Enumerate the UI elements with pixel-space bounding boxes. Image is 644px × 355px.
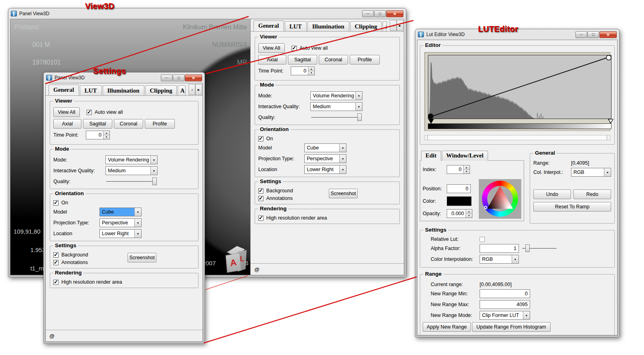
lut-general-group: General Range: [0,4095] Col. Interpol.: … (530, 153, 615, 224)
annotations-checkbox[interactable] (258, 196, 263, 201)
maximize-button[interactable]: ◻ (374, 10, 386, 17)
chevron-down-icon: ▼ (134, 230, 141, 238)
tab-partial[interactable]: A (383, 21, 387, 31)
orientation-on-checkbox[interactable] (258, 136, 263, 141)
quality-slider[interactable] (310, 113, 363, 122)
screenshot-button[interactable]: Screenshot (128, 253, 156, 262)
screenshot-button[interactable]: Screenshot (329, 189, 358, 198)
apply-new-range-button[interactable]: Apply New Range (423, 322, 471, 332)
lut-client: Editor Edit Window/Level (417, 40, 618, 335)
background-checkbox[interactable] (53, 252, 59, 258)
index-spinner[interactable]: 0 ▲▼ (447, 165, 470, 174)
chevron-down-icon: ▼ (355, 92, 362, 100)
mode-dropdown[interactable]: Volume Rendering▼ (310, 91, 363, 100)
undo-button[interactable]: Undo (533, 190, 571, 199)
alpha-factor-slider[interactable] (521, 244, 557, 253)
lut-histogram-plot[interactable] (428, 55, 612, 119)
sagittal-button[interactable]: Sagittal (288, 55, 317, 65)
axial-button[interactable]: Axial (258, 55, 286, 65)
background-checkbox[interactable] (258, 188, 263, 194)
high-res-checkbox[interactable] (258, 216, 263, 221)
profile-button[interactable]: Profile (145, 119, 175, 129)
alpha-factor-field[interactable] (480, 244, 519, 253)
window-icon (418, 32, 424, 37)
auto-view-all-checkbox[interactable] (87, 110, 92, 115)
close-button[interactable]: ✕ (185, 75, 202, 81)
close-button[interactable]: ✕ (386, 10, 403, 17)
mode-dropdown[interactable]: Volume Rendering▼ (105, 155, 158, 164)
tab-general[interactable]: General (253, 20, 284, 31)
minimize-button[interactable]: — (575, 31, 587, 38)
coronal-button[interactable]: Coronal (114, 119, 143, 129)
tab-illumination[interactable]: Illumination (103, 85, 144, 95)
tab-window-level[interactable]: Window/Level (442, 151, 488, 161)
lut-gradient-bar[interactable] (428, 123, 612, 129)
new-range-max-field[interactable] (480, 300, 530, 309)
color-wheel[interactable] (479, 179, 521, 219)
color-interpolation-dropdown[interactable]: RGB▼ (480, 255, 519, 264)
time-point-spinner[interactable]: 0 ▲▼ (86, 131, 110, 139)
orientation-cube[interactable]: L A (224, 246, 247, 273)
sagittal-button[interactable]: Sagittal (83, 119, 112, 129)
projection-type-dropdown[interactable]: Perspective▼ (99, 218, 142, 227)
interactive-quality-dropdown[interactable]: Medium▼ (105, 166, 158, 175)
update-range-from-histogram-button[interactable]: Update Range From Histogram (472, 322, 551, 332)
window-title: Panel View3D (55, 75, 85, 81)
model-dropdown[interactable]: Cube▼ (99, 208, 142, 216)
tab-partial[interactable]: A (178, 85, 186, 95)
col-interpol-dropdown[interactable]: RGB▼ (571, 168, 611, 177)
close-button[interactable]: ✕ (599, 31, 617, 38)
color-swatch[interactable] (447, 196, 472, 206)
opacity-spinner[interactable]: 0.000 ▲▼ (447, 209, 472, 218)
coronal-button[interactable]: Coronal (319, 55, 348, 65)
profile-button[interactable]: Profile (350, 55, 380, 65)
view-all-button[interactable]: View All (53, 107, 80, 117)
tab-edit[interactable]: Edit (421, 151, 441, 161)
reset-to-ramp-button[interactable]: Reset To Ramp (533, 202, 611, 212)
settings-titlebar[interactable]: Panel View3D — ◻ ✕ (44, 73, 205, 83)
quality-slider[interactable] (105, 177, 158, 186)
minimize-button[interactable]: — (362, 10, 374, 17)
cube-letter-a: A (229, 257, 237, 269)
histogram-scrollbar[interactable] (424, 135, 610, 140)
redo-button[interactable]: Redo (573, 190, 611, 199)
relative-lut-checkbox[interactable] (480, 237, 485, 242)
annotations-checkbox[interactable] (53, 260, 59, 265)
tab-lut[interactable]: LUT (285, 21, 307, 31)
model-dropdown[interactable]: Cube▼ (304, 143, 346, 152)
view3d-titlebar[interactable]: Panel View3D — ◻ ✕ (8, 8, 406, 18)
voxel-coords: 109,91,80 (14, 228, 41, 235)
tab-scroll-left-icon[interactable]: ◄ (390, 20, 397, 31)
maximize-button[interactable]: ◻ (587, 31, 599, 38)
new-range-min-field[interactable] (480, 289, 530, 298)
tab-general[interactable]: General (49, 85, 79, 95)
desktop: Panel View3D — ◻ ✕ Proband 001 M 1978010… (0, 0, 644, 355)
axial-button[interactable]: Axial (53, 119, 81, 129)
minimize-button[interactable]: — (161, 75, 172, 81)
viewer-group: Viewer View All Auto view all Axial Sagi… (50, 101, 198, 145)
tab-clipping[interactable]: Clipping (145, 85, 177, 95)
location-dropdown[interactable]: Lower Right▼ (304, 165, 346, 174)
projection-type-dropdown[interactable]: Perspective▼ (304, 154, 346, 163)
lut-titlebar[interactable]: Lut Editor View3D — ◻ ✕ (415, 29, 619, 39)
tab-clipping[interactable]: Clipping (350, 21, 382, 31)
tab-scroll-left-icon[interactable]: ◄ (188, 84, 195, 95)
high-res-checkbox[interactable] (53, 280, 59, 285)
tab-lut[interactable]: LUT (80, 85, 102, 95)
maximize-button[interactable]: ◻ (173, 75, 184, 81)
tab-scroll-right-icon[interactable]: ► (397, 20, 403, 31)
tab-scroll-right-icon[interactable]: ► (195, 84, 202, 95)
scrollbar-thumb[interactable] (427, 135, 607, 140)
location-dropdown[interactable]: Lower Right▼ (99, 229, 142, 238)
chevron-down-icon: ▼ (150, 167, 157, 175)
new-range-mode-dropdown[interactable]: Clip Former LUT▼ (480, 311, 530, 320)
view-all-button[interactable]: View All (258, 43, 285, 53)
interactive-quality-dropdown[interactable]: Medium▼ (310, 102, 363, 111)
lut-histogram[interactable] (424, 52, 610, 131)
time-point-spinner[interactable]: 0 ▲▼ (291, 67, 315, 75)
position-field[interactable] (447, 184, 471, 193)
tab-illumination[interactable]: Illumination (308, 21, 349, 31)
hue-marker-icon[interactable] (484, 206, 487, 209)
orientation-on-checkbox[interactable] (53, 200, 59, 206)
auto-view-all-checkbox[interactable] (292, 46, 297, 51)
